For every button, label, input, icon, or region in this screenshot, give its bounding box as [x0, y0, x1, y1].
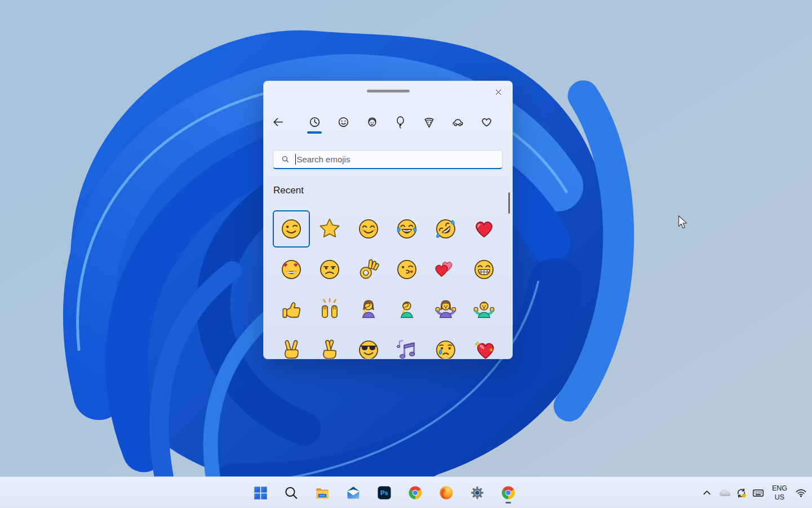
heart-outline-icon	[480, 116, 493, 129]
search-icon	[281, 154, 290, 164]
wifi-icon[interactable]	[794, 484, 807, 501]
language-line2: US	[775, 493, 784, 502]
tab-travel[interactable]	[448, 112, 467, 131]
tray-sync-button[interactable]	[735, 484, 748, 501]
emoji-face-with-tears-of-joy[interactable]	[388, 210, 425, 248]
tray-onedrive-button[interactable]	[718, 484, 731, 501]
taskbar-chrome-2-button[interactable]	[500, 485, 516, 501]
system-tray: ENG US	[701, 477, 807, 508]
close-button[interactable]	[490, 83, 507, 100]
photoshop-icon: Ps	[376, 485, 392, 501]
tab-celebrations[interactable]	[391, 112, 410, 131]
balloon-icon	[394, 116, 407, 129]
tab-food[interactable]	[419, 112, 438, 131]
taskbar-firefox-button[interactable]	[438, 485, 454, 501]
tab-symbols[interactable]	[477, 112, 496, 131]
taskbar-search-button[interactable]	[283, 485, 299, 501]
emoji-smiling-face-with-smiling-eyes[interactable]	[350, 210, 387, 248]
emoji-unamused-face[interactable]	[311, 251, 348, 288]
clock-icon	[308, 116, 321, 129]
emoji-raising-hands[interactable]	[311, 291, 348, 328]
emoji-smiling-face-with-sunglasses[interactable]	[350, 332, 387, 359]
emoji-nav-tabs	[264, 112, 512, 135]
emoji-grid	[273, 210, 503, 359]
keyboard-icon	[752, 487, 765, 500]
sync-icon	[735, 487, 748, 500]
search-input[interactable]	[296, 151, 502, 168]
emoji-two-hearts[interactable]	[427, 251, 464, 288]
emoji-smiling-face-with-heart-eyes[interactable]	[273, 251, 310, 288]
chrome-icon	[407, 485, 423, 501]
windows-start-icon	[252, 485, 268, 501]
emoji-beaming-face-with-smiling-eyes[interactable]	[465, 251, 503, 288]
firefox-icon	[438, 485, 454, 501]
taskbar: Ps ENG US	[0, 476, 812, 508]
taskbar-file-explorer-button[interactable]	[314, 485, 330, 501]
cloud-icon	[718, 487, 731, 500]
language-indicator[interactable]: ENG US	[772, 484, 787, 502]
emoji-winking-face[interactable]	[273, 210, 310, 248]
emoji-crying-face[interactable]	[427, 332, 464, 359]
file-explorer-icon	[314, 485, 330, 501]
taskbar-mail-button[interactable]	[345, 485, 361, 501]
emoji-man-shrugging[interactable]	[465, 291, 503, 328]
emoji-woman-shrugging[interactable]	[427, 291, 464, 328]
close-icon	[494, 88, 503, 96]
selected-tab-underline	[307, 131, 322, 134]
chevron-up-icon	[701, 487, 714, 500]
emoji-victory-hand[interactable]	[273, 332, 310, 359]
settings-gear-icon	[469, 485, 485, 501]
emoji-woman-facepalming[interactable]	[350, 291, 387, 328]
emoji-thumbs-up[interactable]	[273, 291, 310, 328]
taskbar-chrome-button[interactable]	[407, 485, 423, 501]
taskbar-search-icon	[283, 485, 299, 501]
emoji-crossed-fingers[interactable]	[311, 332, 348, 359]
back-arrow-icon	[272, 116, 285, 129]
emoji-face-blowing-a-kiss[interactable]	[388, 251, 425, 288]
emoji-musical-notes[interactable]	[388, 332, 425, 359]
taskbar-apps: Ps	[252, 485, 516, 501]
drag-handle[interactable]	[367, 90, 410, 92]
emoji-sparkling-heart[interactable]	[465, 332, 503, 359]
smiley-icon	[337, 116, 350, 129]
person-icon	[366, 116, 379, 129]
mail-icon	[345, 485, 361, 501]
taskbar-start-button[interactable]	[252, 485, 268, 501]
svg-text:Ps: Ps	[380, 489, 388, 496]
desktop: Recent Ps ENG US	[0, 0, 812, 508]
pizza-icon	[423, 116, 436, 129]
emoji-rolling-on-the-floor-laughing[interactable]	[427, 210, 464, 248]
tab-people[interactable]	[362, 112, 381, 131]
emoji-man-facepalming[interactable]	[388, 291, 425, 328]
tray-touch-keyboard-button[interactable]	[752, 484, 765, 501]
chrome-icon	[500, 485, 516, 501]
tab-recent[interactable]	[305, 112, 324, 131]
emoji-ok-hand[interactable]	[350, 251, 387, 288]
text-caret	[295, 154, 296, 165]
car-icon	[451, 116, 464, 129]
tab-smileys[interactable]	[334, 112, 353, 131]
tray-show-hidden-icons-button[interactable]	[701, 484, 715, 501]
emoji-star[interactable]	[311, 210, 348, 248]
back-button[interactable]	[268, 112, 287, 131]
scrollbar-thumb[interactable]	[508, 192, 510, 214]
emoji-panel: Recent	[263, 81, 513, 359]
emoji-red-heart[interactable]	[465, 210, 503, 248]
language-line1: ENG	[772, 484, 787, 493]
taskbar-photoshop-button[interactable]: Ps	[376, 485, 392, 501]
taskbar-settings-button[interactable]	[469, 485, 485, 501]
search-box[interactable]	[273, 150, 503, 169]
section-label: Recent	[273, 185, 304, 196]
